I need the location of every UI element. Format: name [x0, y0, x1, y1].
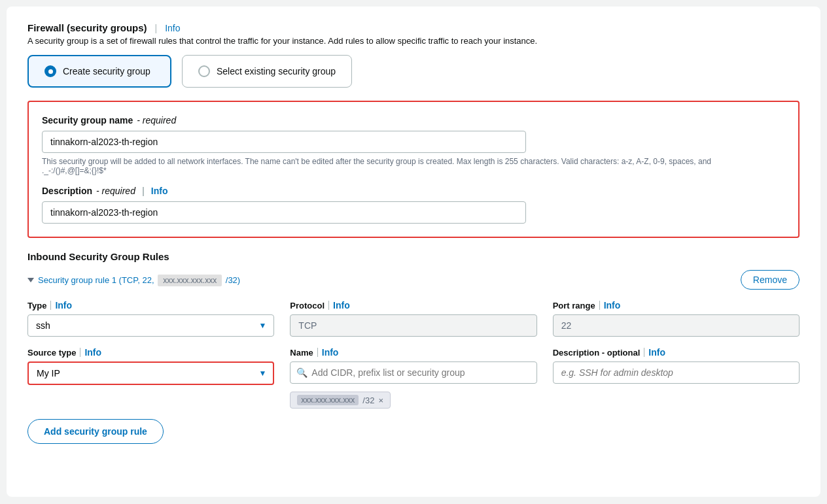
inbound-title: Inbound Security Group Rules	[27, 251, 800, 262]
cidr-field-group: Name Info 🔍 xxx.xxx.xxx.xxx /32 ×	[290, 347, 537, 409]
desc-info-link[interactable]: Info	[151, 186, 168, 196]
optional-desc-label: Description - optional Info	[553, 347, 800, 358]
rule-fields-row1: Type Info ssh ▼ Protocol Info	[27, 300, 800, 337]
name-field-hint: This security group will be added to all…	[42, 157, 762, 175]
select-security-group-option[interactable]: Select existing security group	[182, 55, 352, 88]
rule-chevron-icon[interactable]	[27, 278, 34, 282]
create-security-group-option[interactable]: Create security group	[27, 55, 171, 88]
protocol-input	[290, 314, 537, 337]
ip-tag-container: xxx.xxx.xxx.xxx /32 ×	[290, 392, 537, 409]
optional-desc-input[interactable]	[553, 361, 800, 384]
port-input	[553, 314, 800, 337]
firewall-title: Firewall (security groups)	[27, 22, 147, 33]
type-label: Type Info	[27, 300, 274, 311]
firewall-section-header: Firewall (security groups) | Info	[27, 22, 800, 33]
firewall-description: A security group is a set of firewall ru…	[27, 36, 800, 46]
port-info-link[interactable]: Info	[604, 300, 621, 311]
inbound-rules-section: Inbound Security Group Rules Security gr…	[27, 251, 800, 444]
protocol-info-link[interactable]: Info	[333, 300, 350, 311]
security-group-name-input[interactable]	[42, 131, 526, 153]
cidr-label: Name Info	[290, 347, 537, 358]
rule-ip: xxx.xxx.xxx.xxx	[158, 275, 222, 286]
add-security-group-rule-button[interactable]: Add security group rule	[27, 419, 164, 444]
type-select[interactable]: ssh	[27, 314, 274, 337]
cidr-search-wrapper: 🔍	[290, 361, 537, 384]
cidr-info-link[interactable]: Info	[322, 347, 339, 358]
remove-rule-button[interactable]: Remove	[741, 270, 800, 290]
port-field-group: Port range Info	[553, 300, 800, 337]
optional-info-link[interactable]: Info	[648, 347, 665, 358]
cidr-search-input[interactable]	[290, 361, 537, 384]
rule-header: Security group rule 1 (TCP, 22, xxx.xxx.…	[27, 270, 800, 290]
rule-fields-row2: Source type Info My IP ▼ Name Info	[27, 347, 800, 409]
security-group-radio-group: Create security group Select existing se…	[27, 55, 800, 88]
desc-field-label: Description - required | Info	[42, 186, 785, 196]
select-radio-circle	[198, 65, 210, 77]
type-info-link[interactable]: Info	[55, 300, 72, 311]
protocol-label: Protocol Info	[290, 300, 537, 311]
select-security-group-label: Select existing security group	[217, 66, 336, 76]
ip-tag: xxx.xxx.xxx.xxx /32 ×	[290, 392, 391, 409]
source-select-wrapper: My IP ▼	[27, 361, 274, 385]
source-type-field-group: Source type Info My IP ▼	[27, 347, 274, 409]
firewall-info-link[interactable]: Info	[165, 23, 180, 33]
security-group-desc-input[interactable]	[42, 201, 526, 224]
optional-desc-field-group: Description - optional Info	[553, 347, 800, 409]
type-select-wrapper: ssh ▼	[27, 314, 274, 337]
name-field-label: Security group name - required	[42, 115, 785, 126]
protocol-field-group: Protocol Info	[290, 300, 537, 337]
source-info-link[interactable]: Info	[84, 347, 101, 358]
source-type-label: Source type Info	[27, 347, 274, 358]
create-radio-circle	[44, 65, 56, 77]
search-icon: 🔍	[296, 367, 308, 378]
rule-header-left: Security group rule 1 (TCP, 22, xxx.xxx.…	[27, 275, 240, 285]
ip-tag-suffix: /32	[362, 395, 374, 405]
create-security-group-label: Create security group	[63, 66, 150, 76]
security-group-form: Security group name - required This secu…	[27, 101, 800, 238]
type-field-group: Type Info ssh ▼	[27, 300, 274, 337]
port-label: Port range Info	[553, 300, 800, 311]
source-type-select[interactable]: My IP	[27, 361, 274, 385]
rule-label: Security group rule 1 (TCP, 22, xxx.xxx.…	[38, 275, 240, 285]
ip-tag-close-icon[interactable]: ×	[378, 396, 383, 405]
ip-tag-value: xxx.xxx.xxx.xxx	[297, 395, 359, 405]
